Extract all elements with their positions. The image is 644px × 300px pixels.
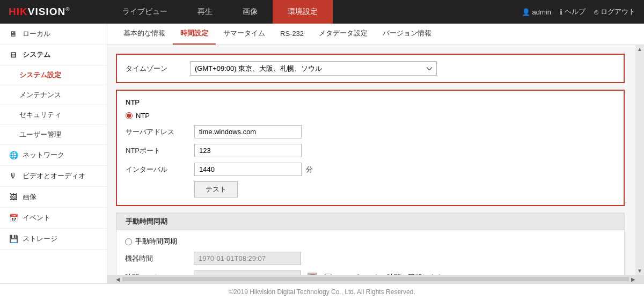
ntp-test-button[interactable]: テスト (194, 181, 238, 197)
scroll-left-arrow[interactable]: ◀ (116, 276, 120, 282)
manual-sync-title: 手動時間同期 (126, 217, 167, 225)
time-set-input[interactable] (194, 270, 301, 275)
time-set-label: 時間セット (125, 273, 189, 275)
footer-text: ©2019 Hikvision Digital Technology Co., … (229, 288, 415, 296)
nav-tab-image[interactable]: 画像 (228, 0, 273, 24)
sidebar-item-security[interactable]: セキュリティ (0, 105, 107, 125)
sidebar-label-system: システム (23, 50, 50, 60)
main-layout: 🖥 ローカル ⊟ システム システム設定 メンテナンス セキュリティ ユーザー管… (0, 24, 644, 283)
device-time-label: 機器時間 (125, 254, 189, 264)
timezone-label: タイムゾーン (126, 64, 190, 74)
sidebar-label-video-audio: ビデオとオーディオ (23, 171, 85, 181)
ntp-section: NTP NTP サーバアドレス NTPポート インターバル (116, 90, 625, 206)
ntp-port-row: NTPポート (126, 144, 615, 157)
manual-sync-radio-label[interactable]: 手動時間同期 (135, 237, 177, 246)
sidebar-item-system-settings[interactable]: システム設定 (0, 65, 107, 85)
nav-right-area: 👤 admin ℹ ヘルプ ⎋ ログアウト (522, 7, 644, 17)
logo: HIKVISION® (9, 6, 70, 18)
sidebar-label-user-mgmt: ユーザー管理 (19, 130, 61, 138)
ntp-interval-unit: 分 (306, 165, 313, 174)
sidebar: 🖥 ローカル ⊟ システム システム設定 メンテナンス セキュリティ ユーザー管… (0, 24, 107, 283)
sidebar-label-maintenance: メンテナンス (19, 91, 61, 99)
sidebar-label-image: 画像 (23, 192, 36, 202)
device-time-input (194, 252, 301, 265)
monitor-icon: 🖥 (9, 29, 18, 39)
ntp-interval-input[interactable] (194, 163, 302, 176)
top-navigation: HIKVISION® ライブビュー 再生 画像 環境設定 👤 admin ℹ ヘ… (0, 0, 644, 24)
sidebar-item-local[interactable]: 🖥 ローカル (0, 24, 107, 45)
ntp-server-input[interactable] (194, 125, 302, 138)
sidebar-item-storage[interactable]: 💾 ストレージ (0, 229, 107, 250)
nav-tab-playback[interactable]: 再生 (182, 0, 228, 24)
nav-tab-config[interactable]: 環境設定 (273, 0, 333, 24)
sync-computer-time-checkbox[interactable] (325, 274, 332, 275)
device-time-row: 機器時間 (125, 252, 616, 265)
user-icon: 👤 (522, 8, 530, 16)
sidebar-label-storage: ストレージ (23, 234, 57, 244)
network-icon: 🌐 (9, 150, 18, 160)
subtab-summer-time[interactable]: サマータイム (216, 24, 273, 45)
subtab-rs232[interactable]: RS-232 (273, 24, 311, 45)
image-icon: 🖼 (9, 192, 18, 202)
sidebar-item-user-mgmt[interactable]: ユーザー管理 (0, 125, 107, 145)
content-body: タイムゾーン (GMT+09:00) 東京、大阪、札幌、ソウル NTP NTP … (107, 45, 635, 275)
sync-label: コンピュータの時間と同期します。 (338, 273, 450, 275)
sidebar-item-maintenance[interactable]: メンテナンス (0, 85, 107, 105)
h-scroll-track[interactable] (122, 277, 629, 281)
help-icon: ℹ (560, 8, 562, 16)
timezone-section: タイムゾーン (GMT+09:00) 東京、大阪、札幌、ソウル (116, 54, 625, 83)
sidebar-item-system[interactable]: ⊟ システム (0, 45, 107, 65)
scroll-up-arrow[interactable]: ▲ (636, 45, 643, 53)
footer: ©2019 Hikvision Digital Technology Co., … (0, 283, 644, 300)
sub-tabs: 基本的な情報 時間設定 サマータイム RS-232 メタデータ設定 バージョン情… (107, 24, 644, 45)
admin-label: admin (532, 8, 551, 16)
event-icon: 📅 (9, 213, 18, 223)
horizontal-scrollbar[interactable]: ◀ ▶ (107, 275, 644, 283)
sidebar-label-system-settings: システム設定 (19, 71, 61, 79)
logout-label: ログアウト (601, 7, 635, 17)
ntp-server-label: サーバアドレス (126, 127, 190, 137)
ntp-interval-label: インターバル (126, 165, 190, 174)
sidebar-label-local: ローカル (23, 29, 50, 39)
ntp-interval-row: インターバル 分 (126, 163, 615, 176)
ntp-section-title: NTP (126, 98, 615, 106)
sidebar-item-image[interactable]: 🖼 画像 (0, 187, 107, 208)
main-nav-tabs: ライブビュー 再生 画像 環境設定 (107, 0, 522, 24)
sidebar-item-network[interactable]: 🌐 ネットワーク (0, 145, 107, 166)
manual-sync-radio-row: 手動時間同期 (125, 237, 616, 246)
sidebar-label-event: イベント (23, 213, 50, 223)
vertical-scrollbar[interactable]: ▲ ▼ (635, 45, 644, 275)
sidebar-item-event[interactable]: 📅 イベント (0, 208, 107, 229)
ntp-radio-label[interactable]: NTP (136, 112, 150, 120)
ntp-port-input[interactable] (194, 144, 302, 157)
subtab-time-settings[interactable]: 時間設定 (173, 24, 216, 45)
logo-area: HIKVISION® (0, 6, 107, 18)
sidebar-label-network: ネットワーク (23, 150, 64, 160)
logout-button[interactable]: ⎋ ログアウト (594, 7, 635, 17)
scroll-down-arrow[interactable]: ▼ (636, 267, 643, 275)
scroll-right-arrow[interactable]: ▶ (631, 276, 635, 282)
storage-icon: 💾 (9, 234, 18, 244)
help-menu[interactable]: ℹ ヘルプ (560, 7, 586, 17)
subtab-basic-info[interactable]: 基本的な情報 (116, 24, 173, 45)
sidebar-label-security: セキュリティ (19, 111, 61, 119)
ntp-radio-row: NTP (126, 112, 615, 120)
time-set-row: 時間セット 📅 コンピュータの時間と同期します。 (125, 270, 616, 275)
manual-sync-title-bar: 手動時間同期 (116, 213, 624, 230)
sidebar-item-video-audio[interactable]: 🎙 ビデオとオーディオ (0, 166, 107, 187)
ntp-port-label: NTPポート (126, 146, 190, 156)
manual-sync-section: 手動時間同期 手動時間同期 機器時間 時間セット 📅 (116, 213, 625, 275)
subtab-version[interactable]: バージョン情報 (375, 24, 439, 45)
manual-sync-radio-button[interactable] (125, 238, 132, 245)
logout-icon: ⎋ (594, 8, 598, 16)
system-icon: ⊟ (9, 50, 18, 60)
subtab-metadata[interactable]: メタデータ設定 (311, 24, 375, 45)
nav-tab-live[interactable]: ライブビュー (107, 0, 182, 24)
ntp-test-row: テスト (126, 181, 615, 197)
ntp-radio-button[interactable] (126, 112, 133, 119)
video-icon: 🎙 (9, 171, 18, 181)
calendar-icon[interactable]: 📅 (308, 273, 317, 275)
admin-menu[interactable]: 👤 admin (522, 8, 551, 16)
help-label: ヘルプ (565, 7, 586, 17)
timezone-select[interactable]: (GMT+09:00) 東京、大阪、札幌、ソウル (190, 61, 437, 76)
